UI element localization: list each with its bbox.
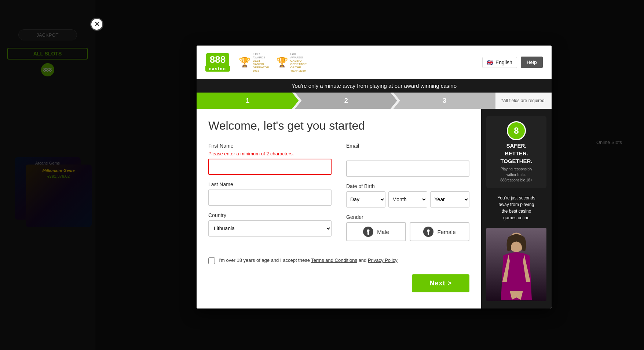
svg-rect-3 <box>428 232 429 235</box>
step-2-label: 2 <box>344 97 348 105</box>
side-panel: 8 SAFER. BETTER. TOGETHER. Playing respo… <box>481 109 552 308</box>
logo-casino-text: casino <box>205 66 230 72</box>
checkbox-prefix: I'm over 18 years of age and I accept th… <box>219 257 311 263</box>
step-3[interactable]: 3 <box>394 93 495 109</box>
female-label: Female <box>437 229 455 235</box>
gender-label: Gender <box>346 214 469 220</box>
award-egr: 🏆 EGR AWARDS BEST CASINO OPERATOR 2019 <box>239 52 269 72</box>
form-right-col: Email Date of Birth Day 123 <box>346 143 469 248</box>
awards-section: 🏆 EGR AWARDS BEST CASINO OPERATOR 2019 🏆 <box>239 52 307 72</box>
country-label: Country <box>208 212 332 218</box>
casino-woman-image <box>486 228 546 301</box>
form-row: First Name Please enter a minimum of 2 c… <box>208 143 469 248</box>
dob-group: Date of Birth Day 123 Month JanuaryFebru… <box>346 183 469 208</box>
required-label: *All fields are required. <box>501 98 546 103</box>
last-name-label: Last Name <box>208 181 332 187</box>
country-group: Country Lithuania United Kingdom Germany… <box>208 212 332 237</box>
responsible-sub: Playing responsibly within limits. 888re… <box>500 166 533 183</box>
first-name-label: First Name <box>208 143 332 149</box>
gender-male-button[interactable]: Male <box>346 222 406 241</box>
egr-trophy-icon: 🏆 <box>239 57 250 68</box>
casino-logo: 888 casino <box>205 53 230 72</box>
first-name-input[interactable] <box>208 159 332 175</box>
female-icon <box>423 227 433 237</box>
promo-text: You're only a minute away from playing a… <box>292 83 457 89</box>
language-button[interactable]: 🇬🇧 English <box>482 57 517 68</box>
male-label: Male <box>377 229 389 235</box>
gia-trophy-icon: 🏆 <box>276 57 288 68</box>
and-text: and <box>357 257 368 263</box>
male-icon <box>363 227 373 237</box>
terms-link[interactable]: Terms and Conditions <box>311 257 357 263</box>
header-left: 888 casino 🏆 EGR AWARDS BEST CASINO OPER… <box>205 52 307 72</box>
dob-row: Day 123 Month JanuaryFebruary Year 20001… <box>346 191 469 208</box>
terms-checkbox[interactable] <box>208 257 215 264</box>
next-button[interactable]: Next > <box>412 274 469 292</box>
gender-female-button[interactable]: Female <box>410 222 469 241</box>
step-1[interactable]: 1 <box>197 93 299 109</box>
gender-row: Male Female <box>346 222 469 241</box>
flag-icon: 🇬🇧 <box>487 59 493 65</box>
dob-day-select[interactable]: Day 123 <box>346 191 385 208</box>
language-label: English <box>495 59 512 65</box>
step-3-label: 3 <box>443 97 446 105</box>
gender-group: Gender Male <box>346 214 469 241</box>
required-text: *All fields are required. <box>495 93 552 109</box>
terms-text: I'm over 18 years of age and I accept th… <box>219 257 398 264</box>
step-2[interactable]: 2 <box>295 93 397 109</box>
last-name-input[interactable] <box>208 190 332 206</box>
modal-header: 888 casino 🏆 EGR AWARDS BEST CASINO OPER… <box>197 46 552 79</box>
responsible-gaming-panel: 8 SAFER. BETTER. TOGETHER. Playing respo… <box>486 116 546 188</box>
step-1-label: 1 <box>246 97 249 105</box>
safe-badge: 8 <box>507 121 526 140</box>
dob-month-select[interactable]: Month JanuaryFebruary <box>388 191 428 208</box>
svg-rect-1 <box>367 232 369 235</box>
country-select[interactable]: Lithuania United Kingdom Germany France … <box>208 220 332 237</box>
header-right: 🇬🇧 English Help <box>482 57 543 68</box>
promo-sub-text: You're just seconds away from playing th… <box>497 193 535 223</box>
email-group: Email <box>346 143 469 177</box>
dob-label: Date of Birth <box>346 183 469 189</box>
registration-modal: 888 casino 🏆 EGR AWARDS BEST CASINO OPER… <box>197 46 552 308</box>
terms-checkbox-row: I'm over 18 years of age and I accept th… <box>208 257 469 264</box>
form-left-col: First Name Please enter a minimum of 2 c… <box>208 143 332 248</box>
help-button[interactable]: Help <box>521 57 543 68</box>
email-label: Email <box>346 143 469 149</box>
last-name-group: Last Name <box>208 181 332 206</box>
svg-point-0 <box>367 230 370 232</box>
first-name-error: Please enter a minimum of 2 characters. <box>208 151 332 156</box>
steps-bar: 1 2 3 *All fields are required. <box>197 93 552 109</box>
safer-text: SAFER. BETTER. TOGETHER. <box>500 142 532 165</box>
first-name-group: First Name Please enter a minimum of 2 c… <box>208 143 332 175</box>
dob-year-select[interactable]: Year 20001999 <box>430 191 469 208</box>
privacy-link[interactable]: Privacy Policy <box>368 257 398 263</box>
email-input[interactable] <box>346 160 469 177</box>
logo-888-num: 888 <box>206 53 229 66</box>
award-gia: 🏆 GIA AWARDS CASINO OPERATOR OF THE YEAR… <box>276 52 307 72</box>
svg-point-2 <box>427 230 430 232</box>
form-section: Welcome, let's get you started First Nam… <box>197 109 481 308</box>
form-title: Welcome, let's get you started <box>208 119 469 133</box>
close-button[interactable]: ✕ <box>90 18 103 31</box>
modal-body: Welcome, let's get you started First Nam… <box>197 109 552 308</box>
promo-banner: You're only a minute away from playing a… <box>197 79 552 93</box>
